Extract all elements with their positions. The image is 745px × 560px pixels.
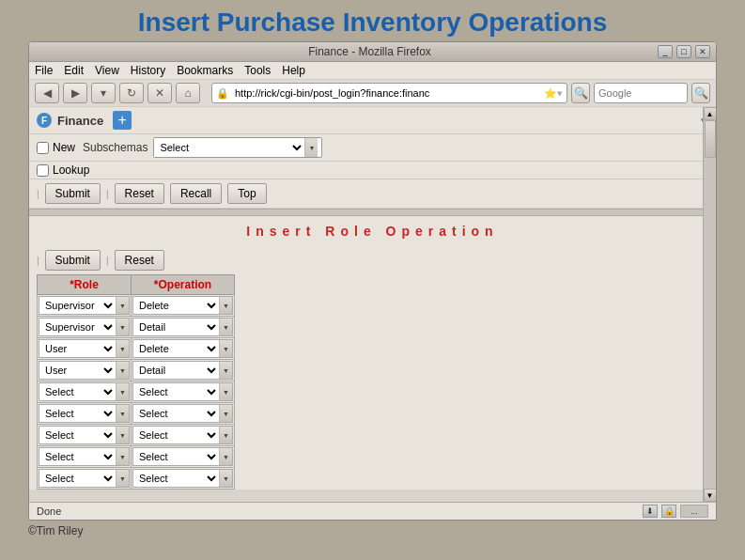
menu-bookmarks[interactable]: Bookmarks [177,64,233,77]
role-select[interactable]: SelectSupervisorUserAdmin [39,427,116,443]
role-select[interactable]: SelectSupervisorUserAdmin [39,297,116,314]
browser-content: F Finance + ▼ New Subschemas [29,107,716,502]
table-row: SelectSupervisorUserAdmin▼SelectDeleteDe… [38,425,235,446]
recall-button[interactable]: Recall [170,183,222,204]
role-select[interactable]: SelectSupervisorUserAdmin [39,340,116,357]
menu-file[interactable]: File [35,64,53,77]
operation-select[interactable]: SelectDeleteDetailInsertUpdate [133,297,219,314]
status-text: Done [37,506,61,517]
scroll-down-arrow[interactable]: ▼ [704,489,717,502]
scroll-track[interactable] [704,120,716,489]
forward-button[interactable]: ▶ [63,83,87,103]
menu-tools[interactable]: Tools [244,64,271,77]
browser-menubar: File Edit View History Bookmarks Tools H… [29,62,716,80]
browser-toolbar: ◀ ▶ ▾ ↻ ✕ ⌂ 🔒 ⭐ ▾ 🔍 🔍 [29,80,716,107]
role-select[interactable]: SelectSupervisorUserAdmin [39,448,116,465]
submit-button-top[interactable]: Submit [45,183,101,204]
operation-select-arrow: ▼ [219,362,232,379]
dropdown-button[interactable]: ▾ [91,83,116,103]
finance-logo: F [37,113,52,128]
role-section-title: Insert Role Operation [29,216,716,246]
browser-window: Finance - Mozilla Firefox _ □ ✕ File Edi… [28,41,717,521]
role-cell: SelectSupervisorUserAdmin▼ [38,338,132,360]
col-operation-header: *Operation [132,275,235,295]
subschemas-label: Subschemas [83,141,147,154]
operation-select-arrow: ▼ [219,427,232,443]
role-select[interactable]: SelectSupervisorUserAdmin [39,319,116,335]
add-button[interactable]: + [113,111,132,130]
zoom-button[interactable]: 🔍 [571,83,590,103]
role-select[interactable]: SelectSupervisorUserAdmin [39,470,116,487]
operation-select-arrow: ▼ [219,297,232,314]
stop-button[interactable]: ✕ [147,83,172,103]
operation-cell: SelectDeleteDetailInsertUpdate▼ [132,468,235,490]
subschemas-container: Subschemas Select ▼ [83,137,322,158]
top-button[interactable]: Top [227,183,266,204]
role-select[interactable]: SelectSupervisorUserAdmin [39,362,116,379]
role-select-arrow: ▼ [116,470,129,487]
address-bar[interactable] [231,85,542,101]
reload-button[interactable]: ↻ [119,83,144,103]
minimize-button[interactable]: _ [658,45,673,58]
role-select[interactable]: SelectSupervisorUserAdmin [39,405,116,422]
status-bar: Done ⬇ 🔒 ... [29,502,716,520]
new-checkbox-label[interactable]: New [37,141,75,154]
menu-view[interactable]: View [95,64,119,77]
scroll-up-arrow[interactable]: ▲ [704,107,717,120]
table-row: SelectSupervisorUserAdmin▼SelectDeleteDe… [38,403,235,425]
lookup-checkbox-label[interactable]: Lookup [37,163,89,177]
back-button[interactable]: ◀ [35,83,59,103]
role-cell: SelectSupervisorUserAdmin▼ [38,468,132,490]
table-row: SelectSupervisorUserAdmin▼SelectDeleteDe… [38,360,235,381]
table-row: SelectSupervisorUserAdmin▼SelectDeleteDe… [38,338,235,360]
operation-select-arrow: ▼ [219,448,232,465]
menu-edit[interactable]: Edit [64,64,84,77]
menu-help[interactable]: Help [282,64,305,77]
role-select-arrow: ▼ [116,427,129,443]
operation-cell: SelectDeleteDetailInsertUpdate▼ [132,403,235,425]
col-role-header: *Role [38,275,132,295]
search-go-button[interactable]: 🔍 [691,83,710,103]
role-cell: SelectSupervisorUserAdmin▼ [38,381,132,403]
operation-select[interactable]: SelectDeleteDetailInsertUpdate [133,448,219,465]
status-icon-2: 🔒 [661,505,676,518]
subschemas-select[interactable]: Select [154,138,304,157]
operation-select[interactable]: SelectDeleteDetailInsertUpdate [133,383,219,400]
role-select-arrow: ▼ [116,340,129,357]
operation-select[interactable]: SelectDeleteDetailInsertUpdate [133,470,219,487]
operation-select[interactable]: SelectDeleteDetailInsertUpdate [133,319,219,335]
menu-history[interactable]: History [131,64,165,77]
role-table: *Role *Operation SelectSupervisorUserAdm… [37,274,235,490]
new-label: New [53,141,75,154]
page-title: Insert Purchase Inventory Operations [0,8,745,38]
role-select-arrow: ▼ [116,383,129,400]
scroll-thumb[interactable] [705,120,716,158]
submit-button-role[interactable]: Submit [45,250,101,271]
operation-select[interactable]: SelectDeleteDetailInsertUpdate [133,340,219,357]
copyright: ©Tim Riley [0,521,745,541]
role-cell: SelectSupervisorUserAdmin▼ [38,295,132,317]
operation-select[interactable]: SelectDeleteDetailInsertUpdate [133,362,219,379]
role-select[interactable]: SelectSupervisorUserAdmin [39,383,116,400]
close-button[interactable]: ✕ [695,45,710,58]
table-row: SelectSupervisorUserAdmin▼SelectDeleteDe… [38,295,235,317]
home-button[interactable]: ⌂ [176,83,200,103]
page-title-area: Insert Purchase Inventory Operations [0,0,745,41]
operation-cell: SelectDeleteDetailInsertUpdate▼ [132,425,235,446]
status-icon-1: ⬇ [643,505,658,518]
operation-select[interactable]: SelectDeleteDetailInsertUpdate [133,427,219,443]
browser-titlebar: Finance - Mozilla Firefox _ □ ✕ [29,42,716,62]
reset-button-top[interactable]: Reset [115,183,164,204]
role-cell: SelectSupervisorUserAdmin▼ [38,317,132,338]
finance-title: Finance [57,114,103,128]
lookup-checkbox[interactable] [37,164,49,177]
operation-select[interactable]: SelectDeleteDetailInsertUpdate [133,405,219,422]
reset-button-role[interactable]: Reset [115,250,164,271]
operation-cell: SelectDeleteDetailInsertUpdate▼ [132,338,235,360]
status-icons: ⬇ 🔒 ... [643,505,708,518]
search-input[interactable] [594,83,688,103]
operation-cell: SelectDeleteDetailInsertUpdate▼ [132,446,235,468]
new-checkbox[interactable] [37,142,49,154]
lookup-row: Lookup [29,162,716,179]
maximize-button[interactable]: □ [676,45,691,58]
